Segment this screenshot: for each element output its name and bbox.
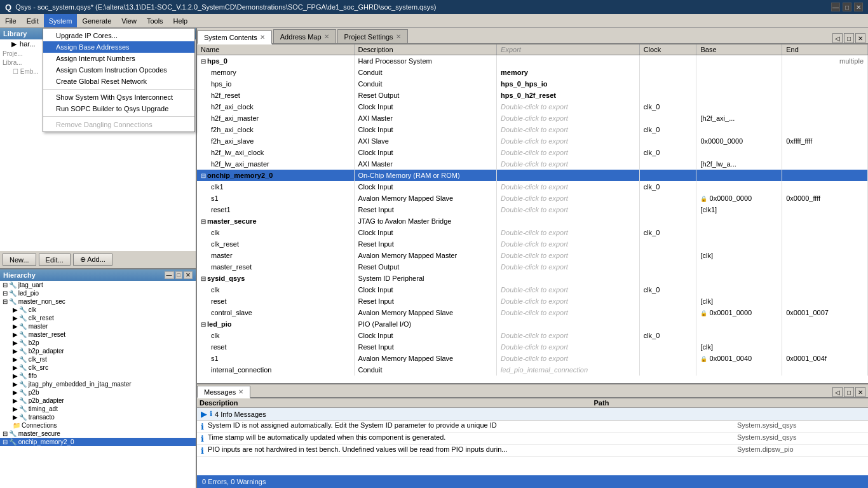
menu-create-global-reset[interactable]: Create Global Reset Network bbox=[43, 76, 194, 87]
system-dropdown-menu: Upgrade IP Cores... Assign Base Addresse… bbox=[43, 28, 195, 132]
menu-run-sopc[interactable]: Run SOPC Builder to Qsys Upgrade bbox=[43, 103, 194, 114]
menu-upgrade-ip[interactable]: Upgrade IP Cores... bbox=[43, 30, 194, 41]
menu-assign-custom[interactable]: Assign Custom Instruction Opcodes bbox=[43, 64, 194, 76]
dd-separator-1 bbox=[43, 89, 194, 90]
dd-separator-2 bbox=[43, 116, 194, 117]
menu-assign-base[interactable]: Assign Base Addresses bbox=[43, 41, 194, 53]
menu-assign-interrupt[interactable]: Assign Interrupt Numbers bbox=[43, 53, 194, 64]
menu-show-system[interactable]: Show System With Qsys Interconnect bbox=[43, 92, 194, 103]
menu-remove-dangling: Remove Dangling Connections bbox=[43, 119, 194, 130]
